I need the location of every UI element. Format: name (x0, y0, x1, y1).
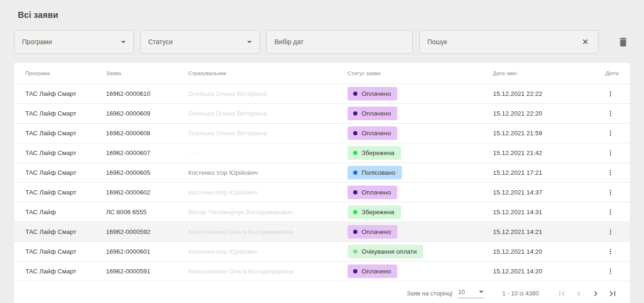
table-row[interactable]: ТАС Лайф Смарт 16962-0000610 Осінська Ол… (14, 84, 630, 104)
status-dot-icon (353, 131, 357, 135)
status-badge: Оплачено (348, 186, 397, 199)
kebab-vertical-icon (606, 109, 615, 118)
cell-status: Очікування оплати (348, 245, 493, 258)
clear-filters-button[interactable] (617, 36, 629, 48)
search-input[interactable] (427, 38, 580, 46)
row-actions-button[interactable] (604, 187, 617, 198)
date-range-field[interactable] (266, 30, 413, 54)
table-row[interactable]: ТАС Лайф Смарт 16962-0000591 Колесніченк… (14, 262, 630, 281)
cell-application-number: ЛС 8006 6555 (106, 209, 188, 216)
status-label: Оплачено (362, 130, 391, 137)
kebab-vertical-icon (606, 188, 615, 197)
table-row[interactable]: ТАС Лайф Смарт 16962-0000608 Осінська Ол… (14, 124, 630, 143)
status-label: Оплачено (362, 110, 391, 117)
kebab-vertical-icon (606, 129, 615, 138)
pagination-range-label: 1 - 10 із 4380 (502, 290, 539, 297)
status-label: Збережена (362, 149, 394, 156)
first-page-button[interactable] (555, 287, 569, 301)
filter-bar: Програми Статуси ✕ (14, 30, 630, 54)
status-dot-icon (353, 269, 357, 273)
date-range-input[interactable] (274, 38, 405, 46)
row-actions-button[interactable] (604, 167, 617, 178)
table-row[interactable]: ТАС Лайф ЛС 8006 6555 Віктор Паламарчук … (14, 202, 630, 222)
cell-insurer: - - - (188, 149, 348, 156)
cell-program: ТАС Лайф (14, 209, 106, 216)
kebab-vertical-icon (606, 89, 615, 98)
table-row[interactable]: ТАС Лайф Смарт 16962-0000602 Костенко Іг… (14, 183, 630, 202)
statuses-filter-dropdown[interactable]: Статуси (140, 30, 260, 54)
next-page-button[interactable] (589, 287, 603, 301)
search-field[interactable]: ✕ (419, 30, 599, 54)
cell-date-modified: 15.12.2021 14:20 (493, 268, 587, 275)
row-actions-button[interactable] (604, 148, 617, 158)
cell-program: ТАС Лайф Смарт (14, 228, 106, 235)
chevron-down-icon (247, 41, 252, 43)
cell-application-number: 16962-0000605 (106, 169, 188, 176)
page-title: Всі заяви (14, 0, 630, 20)
row-actions-button[interactable] (604, 226, 617, 237)
cell-date-modified: 15.12.2021 21:59 (493, 130, 587, 137)
table-row[interactable]: ТАС Лайф Смарт 16962-0000592 Колесніченк… (14, 222, 630, 242)
per-page-label: Заяв на сторінці (407, 290, 453, 297)
row-actions-button[interactable] (604, 246, 617, 257)
first-page-icon (557, 288, 567, 299)
kebab-vertical-icon (606, 227, 615, 236)
table-row[interactable]: ТАС Лайф Смарт 16962-0000607 - - - Збере… (14, 143, 630, 163)
cell-application-number: 16962-0000591 (106, 268, 188, 275)
cell-date-modified: 15.12.2021 14:20 (493, 248, 587, 255)
cell-date-modified: 15.12.2021 17:21 (493, 169, 587, 176)
status-label: Полісовано (362, 169, 395, 176)
per-page-value: 10 (458, 288, 465, 295)
row-actions-button[interactable] (604, 128, 617, 139)
status-dot-icon (353, 111, 357, 116)
table-row[interactable]: ТАС Лайф Смарт 16962-0000601 Костенко Іг… (14, 242, 630, 262)
col-header-program: Програма (14, 70, 106, 76)
last-page-button[interactable] (606, 287, 620, 301)
kebab-vertical-icon (606, 267, 615, 276)
status-dot-icon (353, 249, 357, 254)
close-icon[interactable]: ✕ (580, 37, 591, 47)
status-dot-icon (353, 171, 357, 175)
cell-program: ТАС Лайф Смарт (14, 90, 106, 97)
applications-table-card: Програма Заява Страхувальник Статус заяв… (14, 63, 630, 303)
cell-date-modified: 15.12.2021 14:37 (493, 189, 587, 196)
status-dot-icon (353, 151, 357, 155)
kebab-vertical-icon (606, 247, 615, 256)
cell-application-number: 16962-0000608 (106, 130, 188, 137)
status-label: Оплачено (362, 228, 391, 235)
col-header-status: Статус заяви (348, 70, 493, 76)
status-label: Оплачено (362, 268, 391, 275)
col-header-application: Заява (106, 70, 188, 76)
col-header-actions: Діяти (587, 70, 630, 76)
table-row[interactable]: ТАС Лайф Смарт 16962-0000609 Осінська Ол… (14, 104, 630, 124)
status-dot-icon (353, 190, 357, 194)
programs-filter-label: Програми (22, 38, 52, 46)
table-row[interactable]: ТАС Лайф Смарт 16962-0000605 Костенко Іг… (14, 163, 630, 183)
cell-program: ТАС Лайф Смарт (14, 248, 106, 255)
status-badge: Оплачено (348, 126, 397, 140)
row-actions-button[interactable] (604, 88, 617, 99)
row-actions-button[interactable] (604, 266, 617, 277)
table-header-row: Програма Заява Страхувальник Статус заяв… (14, 63, 630, 84)
cell-program: ТАС Лайф Смарт (14, 189, 106, 196)
status-badge: Збережена (348, 146, 401, 160)
cell-program: ТАС Лайф Смарт (14, 268, 106, 275)
cell-application-number: 16962-0000610 (106, 90, 188, 97)
cell-insurer: Осінська Олена Вікторівна (188, 110, 348, 117)
programs-filter-dropdown[interactable]: Програми (14, 30, 134, 54)
chevron-right-icon (591, 288, 601, 299)
status-label: Збережена (362, 209, 394, 216)
row-actions-button[interactable] (604, 108, 617, 119)
cell-status: Оплачено (348, 87, 493, 101)
kebab-vertical-icon (606, 168, 615, 177)
cell-program: ТАС Лайф Смарт (14, 130, 106, 137)
cell-status: Збережена (348, 205, 493, 219)
cell-date-modified: 15.12.2021 22:20 (493, 110, 587, 117)
per-page-select[interactable]: 10 (457, 288, 485, 298)
pagination-controls (555, 287, 620, 301)
prev-page-button[interactable] (572, 287, 586, 301)
col-header-insurer: Страхувальник (188, 70, 348, 76)
status-dot-icon (353, 210, 357, 214)
trash-icon (617, 36, 629, 48)
row-actions-button[interactable] (604, 207, 617, 218)
